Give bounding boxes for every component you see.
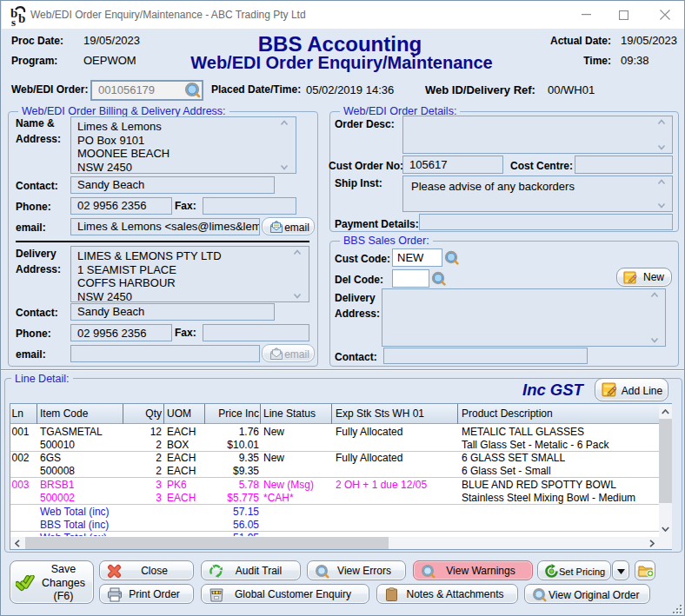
svg-text:b: b [18, 11, 25, 25]
svg-text:s: s [11, 16, 16, 26]
